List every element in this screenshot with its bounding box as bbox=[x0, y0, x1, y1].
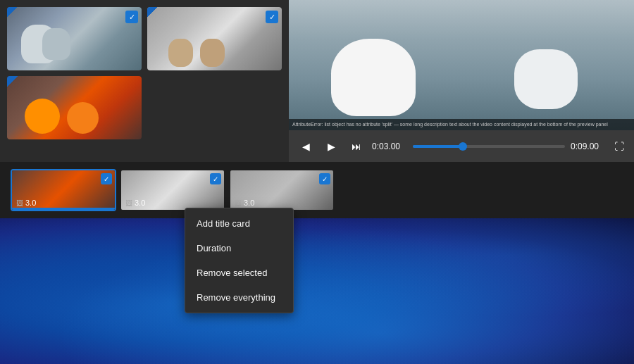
preview-panel: AttributeError: list object has no attri… bbox=[289, 0, 634, 162]
app-container: ✓ ✓ AttributeError: list object bbox=[0, 0, 634, 218]
timeline-duration-tigers: 🖼 3.0 bbox=[16, 199, 36, 207]
progress-thumb[interactable] bbox=[459, 142, 467, 151]
video-preview: AttributeError: list object has no attri… bbox=[289, 0, 634, 130]
thumbnail-fold-indicator bbox=[7, 7, 18, 18]
timeline-strip: ✓ 🖼 3.0 ✓ 🖼 3.0 ✓ 🖼 3.0 bbox=[0, 162, 634, 218]
thumbnail-fold-indicator-3 bbox=[7, 76, 18, 87]
thumbnail-fold-indicator-2 bbox=[147, 7, 158, 18]
thumbnail-check-wolves: ✓ bbox=[125, 11, 138, 23]
thumbnail-snow-cats[interactable]: ✓ bbox=[147, 7, 282, 70]
timeline-item-snow-cats[interactable]: ✓ 🖼 3.0 bbox=[120, 169, 225, 211]
timeline-img-icon: 🖼 bbox=[16, 199, 23, 207]
total-time: 0:09.00 bbox=[571, 142, 606, 151]
wolf-scene bbox=[289, 0, 634, 130]
fullscreen-button[interactable]: ⛶ bbox=[611, 138, 627, 155]
top-section: ✓ ✓ AttributeError: list object bbox=[0, 0, 634, 162]
video-caption: AttributeError: list object has no attri… bbox=[289, 119, 634, 130]
timeline-check-cats2: ✓ bbox=[319, 173, 330, 184]
timeline-check-snow-cats: ✓ bbox=[210, 173, 221, 184]
current-time: 0:03.00 bbox=[372, 142, 407, 151]
thumbnail-tigers[interactable] bbox=[7, 76, 142, 139]
fast-forward-button[interactable]: ⏭ bbox=[347, 137, 366, 156]
menu-item-remove-everything[interactable]: Remove everything bbox=[185, 285, 293, 310]
timeline-duration-snow-cats: 🖼 3.0 bbox=[125, 199, 145, 207]
timeline-duration-value-3: 3.0 bbox=[244, 199, 254, 207]
timeline-img-icon-3: 🖼 bbox=[235, 199, 242, 207]
timeline-item-tigers[interactable]: ✓ 🖼 3.0 bbox=[11, 169, 116, 211]
timeline-item-cats2[interactable]: ✓ 🖼 3.0 bbox=[229, 169, 335, 211]
thumbnail-snow-cats-image: ✓ bbox=[147, 7, 282, 70]
timeline-check-tigers: ✓ bbox=[101, 173, 112, 184]
wallpaper-swirl bbox=[0, 209, 634, 364]
timeline-img-icon-2: 🖼 bbox=[125, 199, 132, 207]
rewind-button[interactable]: ◀ bbox=[296, 137, 316, 156]
thumbnail-check-snow-cats: ✓ bbox=[266, 11, 278, 23]
progress-bar[interactable] bbox=[413, 145, 565, 148]
menu-item-add-title-card[interactable]: Add title card bbox=[185, 211, 293, 236]
thumbnail-tigers-image bbox=[7, 76, 142, 139]
menu-item-duration[interactable]: Duration bbox=[185, 236, 293, 261]
progress-fill bbox=[413, 145, 463, 148]
context-menu: Add title card Duration Remove selected … bbox=[185, 208, 294, 313]
thumbnail-wolves-image: ✓ bbox=[7, 7, 142, 70]
thumbnail-wolves[interactable]: ✓ bbox=[7, 7, 142, 70]
video-controls: ◀ ▶ ⏭ 0:03.00 0:09.00 ⛶ bbox=[289, 130, 634, 162]
timeline-underline bbox=[12, 208, 115, 210]
timeline-duration-cats2: 🖼 3.0 bbox=[235, 199, 254, 207]
timeline-duration-value-1: 3.0 bbox=[25, 199, 36, 207]
menu-item-remove-selected[interactable]: Remove selected bbox=[185, 261, 293, 285]
progress-container[interactable] bbox=[413, 145, 565, 148]
thumbnail-panel: ✓ ✓ bbox=[0, 0, 289, 162]
timeline-duration-value-2: 3.0 bbox=[135, 199, 145, 207]
play-button[interactable]: ▶ bbox=[321, 137, 341, 156]
